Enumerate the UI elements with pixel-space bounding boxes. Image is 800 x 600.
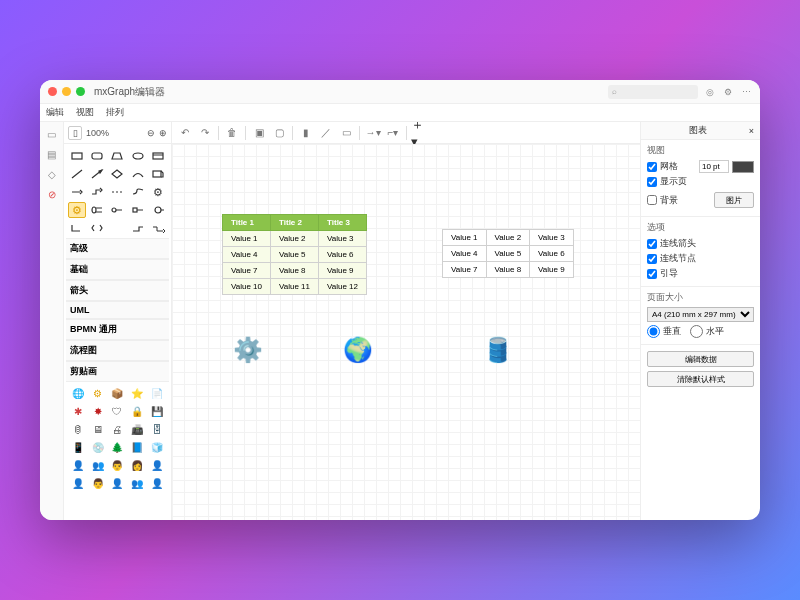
front-icon[interactable]: ▣ (250, 125, 268, 141)
database-icon[interactable]: 🛢️ (482, 334, 514, 366)
category[interactable]: 剪贴画 (66, 361, 169, 382)
showpage-checkbox[interactable] (647, 177, 657, 187)
fill-icon[interactable]: ▮ (297, 125, 315, 141)
sidebar: ▯ 100% ⊖ ⊕ (64, 122, 172, 520)
svg-rect-3 (153, 153, 163, 159)
menu-arrange[interactable]: 排列 (106, 106, 124, 119)
activity-bar: ▭ ▤ ◇ ⊘ (40, 122, 64, 520)
more-icon[interactable]: ⋯ (740, 86, 752, 98)
redo-icon[interactable]: ↷ (196, 125, 214, 141)
activity-icon[interactable]: ◇ (46, 168, 58, 180)
back-icon[interactable]: ▢ (270, 125, 288, 141)
svg-rect-0 (72, 153, 82, 159)
shadow-icon[interactable]: ▭ (337, 125, 355, 141)
line-icon[interactable]: ／ (317, 125, 335, 141)
canvas[interactable]: Title 1Title 2Title 3 Value 1Value 2Valu… (172, 144, 640, 520)
category[interactable]: 流程图 (66, 340, 169, 361)
arrow-checkbox[interactable] (647, 239, 657, 249)
menubar: 编辑 视图 排列 (40, 104, 760, 122)
sidebar-toolbar: ▯ 100% ⊖ ⊕ (64, 122, 171, 144)
add-icon[interactable]: ＋▾ (411, 125, 429, 141)
table-plain[interactable]: Value 1Value 2Value 3 Value 4Value 5Valu… (442, 229, 574, 278)
category[interactable]: 高级 (66, 238, 169, 259)
category[interactable]: 基础 (66, 259, 169, 280)
category[interactable]: BPMN 通用 (66, 319, 169, 340)
page-icon[interactable]: ▯ (68, 126, 82, 140)
svg-point-13 (112, 208, 116, 212)
svg-rect-15 (133, 208, 137, 212)
guide-checkbox[interactable] (647, 269, 657, 279)
svg-line-5 (72, 170, 82, 178)
bg-image-button[interactable]: 图片 (714, 192, 754, 208)
globe-icon[interactable]: 🌍 (342, 334, 374, 366)
account-icon[interactable]: ◎ (704, 86, 716, 98)
background-checkbox[interactable] (647, 195, 657, 205)
orient-portrait[interactable] (647, 325, 660, 338)
gear-icon[interactable]: ⚙️ (232, 334, 264, 366)
delete-icon[interactable]: 🗑 (223, 125, 241, 141)
zoom-value[interactable]: 100% (86, 128, 109, 138)
zoom-in-icon[interactable]: ⊕ (159, 128, 167, 138)
clear-style-button[interactable]: 清除默认样式 (647, 371, 754, 387)
panel-title: 图表 (647, 124, 749, 137)
zoom-out-icon[interactable]: ⊖ (147, 128, 155, 138)
window-title: mxGraph编辑器 (94, 85, 603, 99)
connection-icon[interactable]: →▾ (364, 125, 382, 141)
orient-landscape[interactable] (690, 325, 703, 338)
center: ↶ ↷ 🗑 ▣ ▢ ▮ ／ ▭ →▾ ⌐▾ ＋▾ Title 1Title 2T… (172, 122, 640, 520)
close-dot[interactable] (48, 87, 57, 96)
table-green[interactable]: Title 1Title 2Title 3 Value 1Value 2Valu… (222, 214, 367, 295)
search-input[interactable]: ⌕ (608, 85, 698, 99)
waypoint-icon[interactable]: ⌐▾ (384, 125, 402, 141)
menu-edit[interactable]: 编辑 (46, 106, 64, 119)
minimize-dot[interactable] (62, 87, 71, 96)
category[interactable]: UML (66, 301, 169, 319)
settings-icon[interactable]: ⚙ (722, 86, 734, 98)
activity-icon[interactable]: ▭ (46, 128, 58, 140)
svg-rect-9 (153, 171, 161, 177)
activity-icon[interactable]: ⊘ (46, 188, 58, 200)
svg-point-10 (92, 207, 96, 213)
svg-rect-1 (92, 153, 102, 159)
close-icon[interactable]: × (749, 126, 754, 136)
shapes-panel: ⚙ ⚙ 高级 基础 箭头 UML BPMN 通用 流程图 (64, 144, 171, 520)
activity-icon[interactable]: ▤ (46, 148, 58, 160)
svg-point-2 (133, 153, 143, 159)
app-window: mxGraph编辑器 ⌕ ◎ ⚙ ⋯ 编辑 视图 排列 ▭ ▤ ◇ ⊘ ▯ 10… (40, 80, 760, 520)
maximize-dot[interactable] (76, 87, 85, 96)
edit-data-button[interactable]: 编辑数据 (647, 351, 754, 367)
titlebar: mxGraph编辑器 ⌕ ◎ ⚙ ⋯ (40, 80, 760, 104)
node-checkbox[interactable] (647, 254, 657, 264)
svg-marker-7 (99, 170, 102, 173)
clipart-grid: 🌐⚙📦⭐📄 ✱✸🛡🔒💾 🛢🖥🖨📠🗄 📱💿🌲📘🧊 👤👥👨👩👤 👤👨👤👥👤 (66, 382, 169, 494)
undo-icon[interactable]: ↶ (176, 125, 194, 141)
category[interactable]: 箭头 (66, 280, 169, 301)
svg-point-17 (155, 207, 161, 213)
grid-size-input[interactable] (699, 160, 729, 173)
format-panel: 图表 × 视图 网格 显示页 背景图片 选项 连线箭头 连线节点 引导 页面大小… (640, 122, 760, 520)
grid-checkbox[interactable] (647, 162, 657, 172)
toolbar: ↶ ↷ 🗑 ▣ ▢ ▮ ／ ▭ →▾ ⌐▾ ＋▾ (172, 122, 640, 144)
svg-marker-8 (112, 170, 122, 178)
grid-color[interactable] (732, 161, 754, 173)
menu-view[interactable]: 视图 (76, 106, 94, 119)
pagesize-select[interactable]: A4 (210 mm x 297 mm) (647, 307, 754, 322)
